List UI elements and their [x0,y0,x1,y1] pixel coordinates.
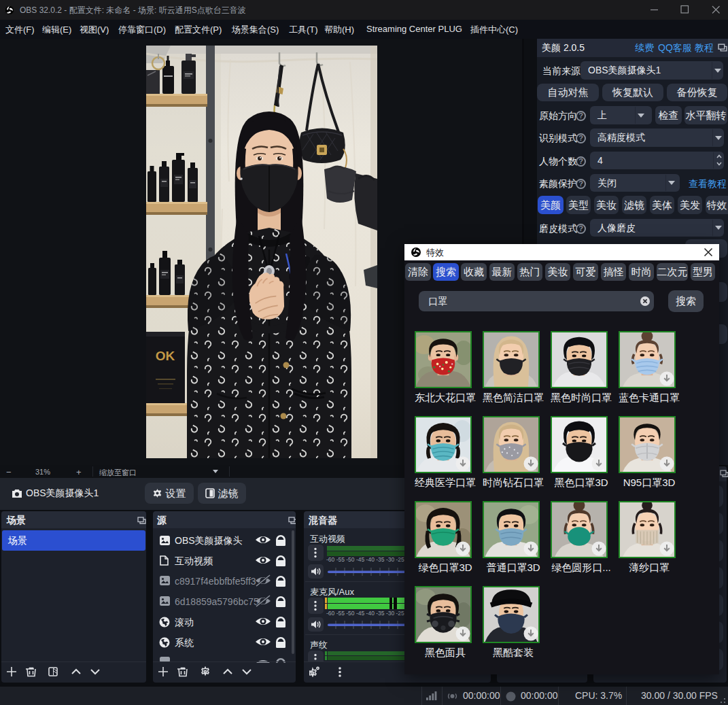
svg-text:OK: OK [156,349,175,363]
